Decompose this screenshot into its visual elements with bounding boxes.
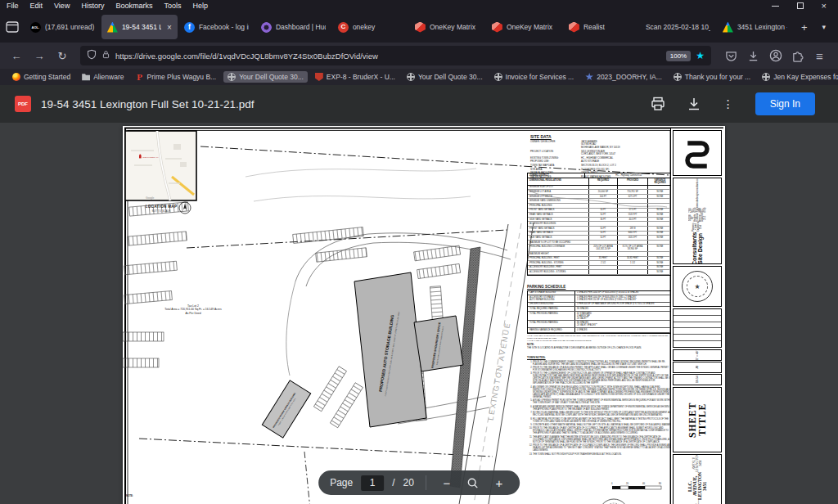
bookmark-label: Prime Plus Wagyu B... (147, 73, 217, 81)
list-all-tabs-button[interactable]: ▾ (814, 16, 833, 38)
location-map-label: LOCATION MAP NOT TO SCALE (131, 205, 191, 213)
bookmark-item[interactable]: 2023_DOORHY, IA... (581, 71, 666, 83)
browser-tab[interactable]: 3451 Lexington - Class (717, 15, 793, 39)
browser-tab[interactable]: Scan 2025-02-18 10_01.pdf (640, 15, 716, 39)
bookmark-item[interactable]: Alienware (78, 71, 128, 83)
account-icon[interactable] (768, 49, 782, 63)
browser-tab[interactable]: Facebook - log in or si (178, 15, 255, 39)
menu-item[interactable]: View (54, 2, 70, 10)
zoom-out-button[interactable]: − (438, 474, 456, 492)
maximize-button[interactable] (797, 2, 804, 9)
menu-bar: FileEditViewHistoryBookmarksToolsHelp × (0, 0, 838, 11)
back-button[interactable]: ← (7, 46, 26, 65)
parking-row: PARKING VARIANCE REQUIRED:0 SPACES (528, 328, 672, 333)
tab-title: (17,691 unread) - jimcl (45, 23, 95, 31)
town-note-item: PRIOR TO THE ISSUANCE OF A CERTIFICATE O… (533, 444, 673, 452)
bookmark-item[interactable]: Invoice for Services ... (490, 71, 579, 83)
fema-note: NOTE: THE SITE IS LOCATED IN A FEMA ZONE… (527, 344, 673, 349)
url-text: https://drive.google.com/file/d/1vqdVDcJ… (115, 52, 661, 61)
url-bar[interactable]: https://drive.google.com/file/d/1vqdVDcJ… (80, 46, 711, 65)
location-map-sublabel: NOT TO SCALE (152, 210, 170, 213)
town-note-item: THE APPLICANT IS AWARE THAT THE ENTIRE S… (533, 436, 673, 443)
bookmark-item[interactable]: Jen Kay Expenses fo... (758, 71, 838, 83)
new-tab-button[interactable]: + (794, 16, 815, 38)
minimize-button[interactable] (772, 6, 779, 7)
bookmark-item[interactable]: Your Dell Quote 30... (223, 71, 308, 83)
town-note-item: CONCRETE AND OTHER WASTE MATERIAL SHALL … (533, 424, 673, 426)
bookmark-label: Thank you for your ... (685, 73, 750, 81)
page-zoom-badge[interactable]: 100% (666, 51, 691, 61)
site-data-label: OWNER / DEVELOPER: (530, 141, 581, 149)
browser-tab[interactable]: onekey (332, 15, 408, 39)
bookmark-label: Your Dell Quote 30... (418, 73, 483, 81)
menu-item[interactable]: Bookmarks (115, 2, 152, 10)
bookmarks-toolbar: Getting Started Alienware Prime Plus Wag… (0, 69, 838, 85)
extensions-puzzle-icon[interactable] (791, 49, 804, 63)
tab-favicon (338, 22, 349, 33)
firm-info-box: Site Design Consultants Civil Engineers … (673, 178, 722, 264)
drawn-by-box: JB (673, 362, 722, 373)
parking-schedule-block: PARKING SCHEDULE CAR STORAGE BUILDING:1 … (527, 285, 673, 342)
revisions-box (673, 308, 722, 348)
bookmark-label: Invoice for Services ... (506, 73, 574, 81)
download-icon[interactable] (687, 97, 701, 111)
more-options-kebab-icon[interactable]: ⋮ (723, 97, 734, 110)
browser-tab[interactable]: 19-54 3451 Lexing × (101, 15, 178, 39)
bookmark-favicon (674, 73, 682, 81)
tab-title: Dashboard | Hudson C (276, 23, 326, 31)
bookmark-favicon (585, 73, 593, 81)
town-note-item: PRIOR TO THE ISSUANCE OF A BUILDING PERM… (533, 367, 673, 371)
bookmark-item[interactable]: Your Dell Quote 30... (403, 71, 487, 83)
project-info-box: SITE PLAN PREPARED FOR 3451 LEXINGTON AV… (673, 454, 722, 504)
prepared-for-label: PREPARED FOR (695, 500, 700, 504)
tab-close-icon[interactable]: × (165, 23, 172, 32)
parking-footnote: ** THE VALET PARKING SPACES WILL BE UTIL… (527, 340, 673, 342)
bookmark-favicon (12, 73, 20, 81)
browser-tab[interactable]: (17,691 unread) - jimcl (25, 15, 101, 39)
town-note-item: FILL MATERIAL PROPOSED TO BE IMPORTED AS… (533, 418, 673, 423)
zoning-rows: MINIMUM SIZE OF LOT MINIMUM LOT AREA20,0… (528, 186, 672, 275)
site-data-row: EXISTING TOWN ZONING: HC - HIGHWAY COMME… (530, 157, 671, 160)
pdf-viewer-canvas[interactable]: PROPOSED AUTO STORAGE BUILDING FIRST FLO… (0, 123, 838, 504)
firm-tagline: Civil Engineers • Land Planners (692, 222, 702, 232)
tab-favicon (261, 22, 272, 33)
parking-footnotes: * THE AUTO REPAIR BUILDING WILL BE WORKS… (527, 335, 673, 342)
browser-tab[interactable]: Realist (563, 15, 639, 39)
parking-row: TOTAL PROVIDED PARKING:62 STANDARD 4 HAN… (528, 312, 672, 322)
downloads-icon[interactable] (746, 49, 760, 63)
menu-item[interactable]: Edit (30, 2, 43, 10)
print-icon[interactable] (651, 97, 665, 111)
browser-tab[interactable]: OneKey Matrix (409, 15, 485, 39)
bookmark-item[interactable]: Prime Plus Wagyu B... (132, 71, 221, 83)
bookmark-item[interactable]: Getting Started (8, 71, 74, 83)
fema-note-body: THE SITE IS LOCATED IN A FEMA ZONE X DES… (527, 347, 673, 349)
browser-tab[interactable]: OneKey Matrix (486, 15, 562, 39)
menu-item[interactable]: File (7, 2, 19, 10)
pager-divider (426, 475, 426, 490)
lock-icon[interactable] (101, 48, 110, 63)
forward-button[interactable]: → (29, 46, 49, 65)
bookmark-item[interactable]: EXP-8 - BruderX - U... (311, 71, 399, 83)
town-note-item: PRIOR TO THE ISSUANCE OF ANY CERTIFICATE… (533, 427, 673, 434)
app-menu-icon[interactable]: ≡ (813, 49, 827, 63)
tab-title: OneKey Matrix (507, 23, 556, 31)
bookmark-item[interactable]: Thank you for your ... (669, 71, 755, 83)
menu-item[interactable]: History (81, 2, 104, 10)
page-number-input[interactable]: 1 (361, 475, 384, 491)
site-data-title: SITE DATA (530, 134, 671, 139)
reload-button[interactable]: ↻ (52, 46, 72, 65)
town-note-item: PRIOR TO THE COMMENCEMENT OF ANY CONSTRU… (533, 361, 673, 366)
close-button[interactable]: × (822, 2, 827, 9)
bookmark-star-icon[interactable]: ★ (696, 50, 705, 61)
firefox-view-icon[interactable] (5, 16, 20, 38)
zoom-tool-icon[interactable] (464, 474, 482, 492)
tab-title: Facebook - log in or si (199, 23, 249, 31)
browser-tab[interactable]: Dashboard | Hudson C (255, 15, 331, 39)
zoom-in-button[interactable]: + (490, 474, 508, 492)
menu-item[interactable]: Help (192, 2, 208, 10)
title-block: Site Design Consultants Civil Engineers … (670, 128, 723, 504)
shield-icon[interactable] (87, 48, 97, 63)
menu-item[interactable]: Tools (164, 2, 181, 10)
pocket-icon[interactable] (724, 49, 738, 63)
sign-in-button[interactable]: Sign In (755, 92, 815, 115)
